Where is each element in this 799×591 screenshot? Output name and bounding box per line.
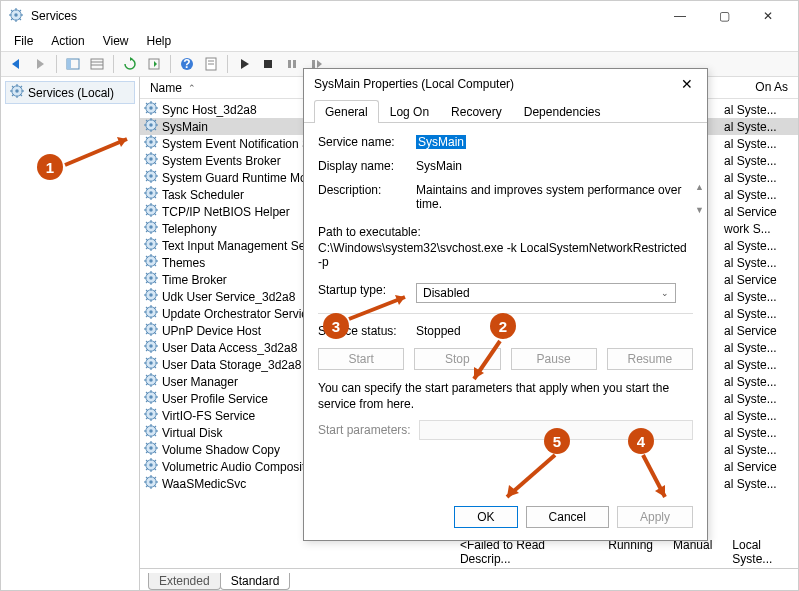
annotation-3: 3	[323, 313, 349, 339]
back-button[interactable]	[5, 53, 27, 75]
menu-file[interactable]: File	[6, 32, 41, 50]
gear-icon	[144, 118, 158, 135]
startup-type-value: Disabled	[423, 286, 470, 300]
tab-standard[interactable]: Standard	[220, 573, 291, 590]
services-app-icon	[9, 8, 25, 24]
gear-icon	[144, 220, 158, 237]
pause-button[interactable]: Pause	[511, 348, 597, 370]
gear-icon	[144, 254, 158, 271]
svg-rect-13	[67, 59, 71, 69]
value-path: C:\Windows\system32\svchost.exe -k Local…	[318, 241, 693, 269]
gear-icon	[144, 305, 158, 322]
tab-logon[interactable]: Log On	[379, 100, 440, 123]
service-logon: al Syste...	[724, 137, 794, 151]
export-button[interactable]	[143, 53, 165, 75]
menu-help[interactable]: Help	[139, 32, 180, 50]
service-logon: al Syste...	[724, 426, 794, 440]
dialog-close-button[interactable]: ✕	[677, 74, 697, 94]
gear-icon	[144, 356, 158, 373]
svg-rect-26	[264, 60, 272, 68]
tab-dependencies[interactable]: Dependencies	[513, 100, 612, 123]
service-logon: al Service	[724, 273, 794, 287]
apply-button[interactable]: Apply	[617, 506, 693, 528]
annotation-2: 2	[490, 313, 516, 339]
details-button[interactable]	[86, 53, 108, 75]
service-logon: al Syste...	[724, 188, 794, 202]
properties-button[interactable]	[200, 53, 222, 75]
scroll-up-icon: ▲	[695, 183, 707, 192]
annotation-arrow-3	[347, 291, 417, 323]
menu-action[interactable]: Action	[43, 32, 92, 50]
annotation-arrow-4	[641, 453, 681, 505]
service-logon: al Syste...	[724, 358, 794, 372]
label-description: Description:	[318, 183, 416, 197]
service-logon: al Syste...	[724, 256, 794, 270]
scroll-down-icon: ▼	[695, 206, 707, 215]
service-logon: al Service	[724, 460, 794, 474]
service-logon: al Syste...	[724, 392, 794, 406]
label-start-params: Start parameters:	[318, 423, 411, 437]
tree-node-services-local[interactable]: Services (Local)	[5, 81, 135, 104]
service-logon: al Syste...	[724, 154, 794, 168]
service-logon: al Service	[724, 205, 794, 219]
status-logon: Local Syste...	[732, 538, 794, 566]
value-service-name[interactable]: SysMain	[416, 135, 466, 149]
maximize-button[interactable]: ▢	[702, 1, 746, 31]
startup-type-combo[interactable]: Disabled ⌄	[416, 283, 676, 303]
annotation-arrow-2	[466, 339, 506, 387]
service-logon: al Syste...	[724, 239, 794, 253]
gear-icon	[144, 203, 158, 220]
titlebar: Services — ▢ ✕	[1, 1, 798, 31]
gear-icon	[144, 152, 158, 169]
pause-service-button[interactable]	[281, 53, 303, 75]
minimize-button[interactable]: —	[658, 1, 702, 31]
start-button[interactable]: Start	[318, 348, 404, 370]
dialog-title: SysMain Properties (Local Computer)	[314, 77, 677, 91]
window-title: Services	[31, 9, 658, 23]
stop-service-button[interactable]	[257, 53, 279, 75]
svg-rect-27	[288, 60, 291, 68]
service-logon: al Syste...	[724, 409, 794, 423]
tab-extended[interactable]: Extended	[148, 573, 221, 590]
svg-marker-11	[37, 59, 44, 69]
menubar: File Action View Help	[1, 31, 798, 51]
menu-view[interactable]: View	[95, 32, 137, 50]
refresh-button[interactable]	[119, 53, 141, 75]
service-logon: al Syste...	[724, 307, 794, 321]
gear-icon	[144, 441, 158, 458]
tab-general[interactable]: General	[314, 100, 379, 123]
gear-icon	[144, 322, 158, 339]
description-scrollbar[interactable]: ▲▼	[695, 183, 707, 215]
start-service-button[interactable]	[233, 53, 255, 75]
column-header-logon[interactable]: On As	[755, 80, 788, 94]
service-logon: al Syste...	[724, 290, 794, 304]
svg-text:?: ?	[183, 57, 190, 71]
gear-icon	[144, 271, 158, 288]
close-button[interactable]: ✕	[746, 1, 790, 31]
label-service-name: Service name:	[318, 135, 416, 149]
cancel-button[interactable]: Cancel	[526, 506, 609, 528]
gear-icon	[144, 424, 158, 441]
service-logon: al Syste...	[724, 375, 794, 389]
ok-button[interactable]: OK	[454, 506, 517, 528]
help-button[interactable]: ?	[176, 53, 198, 75]
annotation-4: 4	[628, 428, 654, 454]
service-logon: al Syste...	[724, 443, 794, 457]
gear-icon	[144, 390, 158, 407]
gear-icon	[144, 186, 158, 203]
svg-rect-14	[91, 59, 103, 69]
gear-icon	[144, 101, 158, 118]
gear-icon	[144, 237, 158, 254]
tab-recovery[interactable]: Recovery	[440, 100, 513, 123]
forward-button[interactable]	[29, 53, 51, 75]
service-logon: work S...	[724, 222, 794, 236]
gear-icon	[144, 475, 158, 492]
show-hide-tree-button[interactable]	[62, 53, 84, 75]
gear-icon	[144, 169, 158, 186]
service-logon: al Syste...	[724, 103, 794, 117]
svg-marker-19	[154, 61, 157, 67]
status-startup: Manual	[673, 538, 712, 566]
gear-icon	[144, 288, 158, 305]
sort-indicator-icon: ⌃	[188, 83, 196, 93]
resume-button[interactable]: Resume	[607, 348, 693, 370]
